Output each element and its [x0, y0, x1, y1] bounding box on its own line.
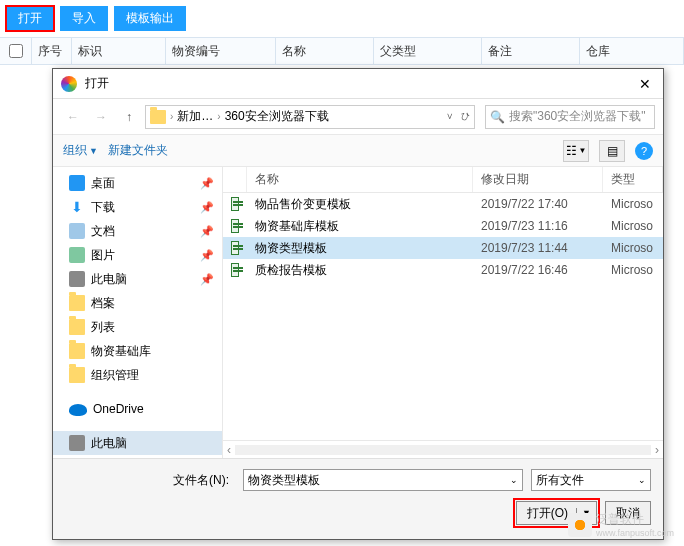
- search-icon: 🔍: [490, 110, 505, 124]
- search-input[interactable]: 🔍 搜索"360安全浏览器下载": [485, 105, 655, 129]
- tree-item[interactable]: 此电脑: [53, 431, 222, 455]
- col-icon: [223, 167, 247, 192]
- pc-icon: [69, 271, 85, 287]
- tree-item[interactable]: 列表: [53, 315, 222, 339]
- tree-item[interactable]: 物资基础库: [53, 339, 222, 363]
- col-filetype[interactable]: 类型: [603, 167, 663, 192]
- tree-label: 档案: [91, 295, 115, 312]
- tree-label: 物资基础库: [91, 343, 151, 360]
- nav-forward-button[interactable]: →: [89, 105, 113, 129]
- organize-menu[interactable]: 组织▼: [63, 142, 98, 159]
- view-mode-button[interactable]: ☷▼: [563, 140, 589, 162]
- file-type: Microso: [603, 219, 663, 233]
- h-scrollbar[interactable]: ‹›: [223, 440, 663, 458]
- nav-back-button[interactable]: ←: [61, 105, 85, 129]
- file-type: Microso: [603, 197, 663, 211]
- file-rows: 物品售价变更模板2019/7/22 17:40Microso物资基础库模板201…: [223, 193, 663, 440]
- file-name: 物资基础库模板: [247, 218, 473, 235]
- new-folder-button[interactable]: 新建文件夹: [108, 142, 168, 159]
- folder-icon: [69, 319, 85, 335]
- dialog-title: 打开: [85, 75, 635, 92]
- file-row[interactable]: 物资类型模板2019/7/23 11:44Microso: [223, 237, 663, 259]
- col-filename[interactable]: 名称: [247, 167, 473, 192]
- file-date: 2019/7/23 11:16: [473, 219, 603, 233]
- file-name: 物品售价变更模板: [247, 196, 473, 213]
- path-part[interactable]: 360安全浏览器下载: [225, 108, 329, 125]
- excel-icon: [231, 219, 239, 233]
- path-dropdown-icon[interactable]: ∨ ひ: [446, 110, 470, 123]
- open-button[interactable]: 打开: [6, 6, 54, 31]
- tree-item[interactable]: 图片📌: [53, 243, 222, 267]
- path-breadcrumb[interactable]: › 新加… › 360安全浏览器下载 ∨ ひ: [145, 105, 475, 129]
- col-code[interactable]: 物资编号: [166, 38, 276, 64]
- tree-label: OneDrive: [93, 402, 144, 416]
- file-name: 物资类型模板: [247, 240, 473, 257]
- tree-label: 此电脑: [91, 271, 127, 288]
- open-dialog: 打开 ✕ ← → ↑ › 新加… › 360安全浏览器下载 ∨ ひ 🔍 搜索"3…: [52, 68, 664, 540]
- chevron-right-icon: ›: [217, 111, 220, 122]
- tree-label: 图片: [91, 247, 115, 264]
- nav-up-button[interactable]: ↑: [117, 105, 141, 129]
- folder-icon: [69, 295, 85, 311]
- import-button[interactable]: 导入: [60, 6, 108, 31]
- select-all-checkbox[interactable]: [9, 44, 23, 58]
- excel-icon: [231, 241, 239, 255]
- excel-icon: [231, 263, 239, 277]
- file-row[interactable]: 质检报告模板2019/7/22 16:46Microso: [223, 259, 663, 281]
- folder-icon: [150, 110, 166, 124]
- open-file-button[interactable]: 打开(O)▼: [516, 501, 597, 525]
- col-store[interactable]: 仓库: [580, 38, 684, 64]
- search-placeholder: 搜索"360安全浏览器下载": [509, 108, 646, 125]
- template-output-button[interactable]: 模板输出: [114, 6, 186, 31]
- chevron-down-icon: ⌄: [638, 475, 646, 485]
- folder-icon: [69, 367, 85, 383]
- file-filter-select[interactable]: 所有文件 ⌄: [531, 469, 651, 491]
- tree-label: 下载: [91, 199, 115, 216]
- nav-tree: 桌面📌⬇下载📌文档📌图片📌此电脑📌档案列表物资基础库组织管理OneDrive此电…: [53, 167, 223, 458]
- path-part[interactable]: 新加…: [177, 108, 213, 125]
- col-modified[interactable]: 修改日期: [473, 167, 603, 192]
- preview-pane-button[interactable]: ▤: [599, 140, 625, 162]
- cancel-button[interactable]: 取消: [605, 501, 651, 525]
- pin-icon: 📌: [200, 249, 214, 262]
- close-icon[interactable]: ✕: [635, 76, 655, 92]
- col-name[interactable]: 名称: [276, 38, 374, 64]
- tree-label: 列表: [91, 319, 115, 336]
- file-date: 2019/7/22 17:40: [473, 197, 603, 211]
- file-type: Microso: [603, 263, 663, 277]
- help-icon[interactable]: ?: [635, 142, 653, 160]
- chevron-down-icon[interactable]: ⌄: [510, 475, 518, 485]
- app-logo-icon: [61, 76, 77, 92]
- tree-item[interactable]: ⬇下载📌: [53, 195, 222, 219]
- tree-item[interactable]: 此电脑📌: [53, 267, 222, 291]
- filename-input[interactable]: 物资类型模板 ⌄: [243, 469, 523, 491]
- cloud-icon: [69, 404, 87, 416]
- col-parent[interactable]: 父类型: [374, 38, 482, 64]
- chevron-down-icon[interactable]: ▼: [576, 508, 596, 518]
- file-date: 2019/7/23 11:44: [473, 241, 603, 255]
- col-seq[interactable]: 序号: [32, 38, 72, 64]
- col-note[interactable]: 备注: [482, 38, 580, 64]
- picture-icon: [69, 247, 85, 263]
- tree-item[interactable]: 文档📌: [53, 219, 222, 243]
- grid-header: 序号 标识 物资编号 名称 父类型 备注 仓库: [0, 37, 684, 65]
- tree-item[interactable]: 档案: [53, 291, 222, 315]
- pc-icon: [69, 435, 85, 451]
- pin-icon: 📌: [200, 225, 214, 238]
- tree-item[interactable]: 组织管理: [53, 363, 222, 387]
- tree-label: 此电脑: [91, 435, 127, 452]
- filename-label: 文件名(N):: [65, 472, 235, 489]
- tree-label: 桌面: [91, 175, 115, 192]
- tree-item[interactable]: 桌面📌: [53, 171, 222, 195]
- pin-icon: 📌: [200, 201, 214, 214]
- document-icon: [69, 223, 85, 239]
- file-date: 2019/7/22 16:46: [473, 263, 603, 277]
- col-id[interactable]: 标识: [72, 38, 166, 64]
- tree-item[interactable]: OneDrive: [53, 397, 222, 421]
- file-row[interactable]: 物品售价变更模板2019/7/22 17:40Microso: [223, 193, 663, 215]
- file-row[interactable]: 物资基础库模板2019/7/23 11:16Microso: [223, 215, 663, 237]
- pin-icon: 📌: [200, 177, 214, 190]
- tree-label: 文档: [91, 223, 115, 240]
- excel-icon: [231, 197, 239, 211]
- file-name: 质检报告模板: [247, 262, 473, 279]
